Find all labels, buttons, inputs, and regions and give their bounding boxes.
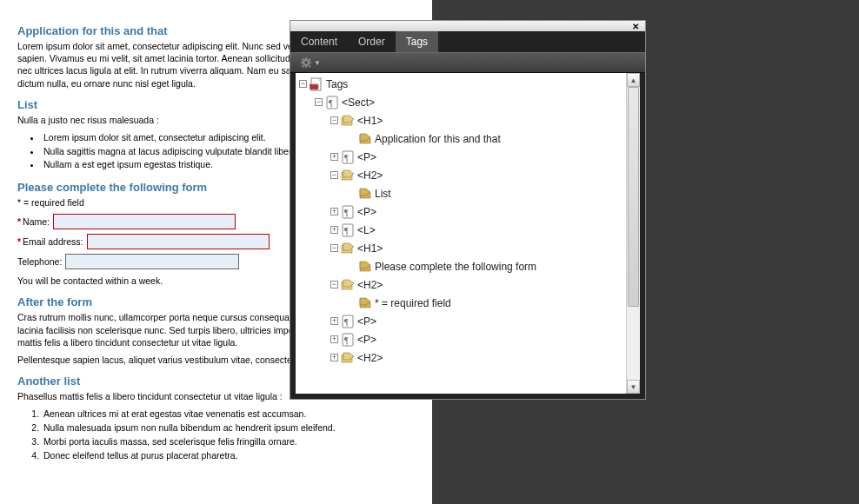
tag-closed-icon <box>358 132 372 146</box>
scroll-down-button[interactable]: ▼ <box>627 380 640 394</box>
tree-label: <Sect> <box>342 96 375 109</box>
telephone-field[interactable] <box>65 254 239 269</box>
tree-row[interactable]: +<P> <box>296 148 626 166</box>
tree-row[interactable]: * = required field <box>296 294 626 312</box>
tags-panel: ✕ Content Order Tags ▼ −Tag <box>290 20 646 400</box>
pdf-icon <box>310 77 323 91</box>
required-asterisk: * <box>17 236 21 247</box>
list-item: Nulla malesuada ipsum non nulla bibendum… <box>42 421 435 435</box>
tab-tags[interactable]: Tags <box>396 31 438 52</box>
tree-row[interactable]: −<H1> <box>296 111 626 129</box>
tree-label: * = required field <box>375 296 451 309</box>
tree-label: <P> <box>357 150 376 163</box>
tag-open-icon <box>341 242 355 255</box>
tree-row[interactable]: −<H2> <box>296 275 626 294</box>
tree-label: <H2> <box>357 351 383 364</box>
tree-row[interactable]: −<H1> <box>296 239 626 257</box>
tree-label: <P> <box>357 333 376 346</box>
tree-row[interactable]: Application for this and that <box>296 129 626 148</box>
tree-label: Please complete the following form <box>375 260 536 273</box>
list-item: Aenean ultrices mi at erat egestas vitae… <box>42 408 435 421</box>
collapse-icon[interactable]: − <box>330 244 338 252</box>
svg-rect-2 <box>305 57 307 60</box>
tree-scroll[interactable]: −Tags−<Sect>−<H1>Application for this an… <box>296 73 626 394</box>
collapse-icon[interactable]: − <box>330 171 338 179</box>
svg-rect-3 <box>305 66 307 69</box>
tree-row[interactable]: List <box>296 184 626 202</box>
panel-toolbar: ▼ <box>290 52 645 73</box>
tree-row[interactable]: −<H2> <box>296 166 626 184</box>
svg-rect-5 <box>310 62 312 63</box>
label-telephone: Telephone: <box>17 256 62 267</box>
tree-label: <H2> <box>357 278 383 291</box>
tree-label: <P> <box>357 205 376 218</box>
tree-label: <H1> <box>357 242 383 255</box>
label-email: Email address: <box>23 236 83 247</box>
tag-closed-icon <box>358 260 372 274</box>
email-field[interactable] <box>87 234 270 249</box>
tree-label: Application for this and that <box>375 132 501 145</box>
tab-order[interactable]: Order <box>348 31 396 52</box>
tag-open-icon <box>341 351 355 365</box>
tree-row[interactable]: −Tags <box>296 75 626 93</box>
tree-row[interactable]: Please complete the following form <box>296 257 626 275</box>
tag-open-icon <box>341 114 355 128</box>
tag-open-icon <box>341 169 355 182</box>
tree-row[interactable]: +<P> <box>296 330 626 348</box>
expand-icon[interactable]: + <box>330 153 338 161</box>
expand-icon[interactable]: + <box>330 354 338 361</box>
tag-open-icon <box>341 278 355 292</box>
tree-label: List <box>375 187 391 200</box>
tree-row[interactable]: −<Sect> <box>296 93 626 111</box>
tree-label: <H1> <box>357 114 383 127</box>
scrollbar-track[interactable] <box>627 87 640 380</box>
collapse-icon[interactable]: − <box>330 116 338 124</box>
tree-row[interactable]: +<P> <box>296 202 626 221</box>
expand-icon[interactable]: + <box>330 317 338 325</box>
scrollbar-thumb[interactable] <box>628 87 639 307</box>
list-item: Donec eleifend tellus at purus placerat … <box>42 449 435 463</box>
para-icon <box>341 150 355 164</box>
collapse-icon[interactable]: − <box>315 98 323 106</box>
tree-row[interactable]: +<P> <box>296 312 626 330</box>
expand-icon[interactable]: + <box>330 208 338 216</box>
tree-label: <P> <box>357 315 376 328</box>
scroll-up-button[interactable]: ▲ <box>627 73 640 87</box>
panel-body: −Tags−<Sect>−<H1>Application for this an… <box>296 73 640 394</box>
para-icon <box>325 96 339 109</box>
tree-label: <L> <box>357 223 376 236</box>
tree-row[interactable]: +<L> <box>296 221 626 239</box>
para-icon <box>341 333 355 347</box>
collapse-icon[interactable]: − <box>330 281 338 288</box>
svg-point-1 <box>304 61 308 64</box>
panel-tabs: Content Order Tags <box>290 31 645 52</box>
tab-content[interactable]: Content <box>290 31 348 52</box>
close-icon[interactable]: ✕ <box>629 22 642 30</box>
chevron-down-icon: ▼ <box>314 59 321 67</box>
para-icon <box>341 223 355 237</box>
panel-titlebar[interactable]: ✕ <box>290 21 645 31</box>
required-asterisk: * <box>17 216 21 227</box>
para-icon <box>341 315 355 328</box>
expand-icon[interactable]: + <box>330 335 338 343</box>
label-name: Name: <box>23 216 50 227</box>
tag-closed-icon <box>358 187 372 201</box>
ordered-list: Aenean ultrices mi at erat egestas vitae… <box>42 408 435 462</box>
vertical-scrollbar[interactable]: ▲ ▼ <box>626 73 640 394</box>
tree-row[interactable]: +<H2> <box>296 348 626 367</box>
expand-icon[interactable]: + <box>330 226 338 234</box>
para-icon <box>341 205 355 219</box>
tree-label: Tags <box>326 77 348 90</box>
collapse-icon[interactable]: − <box>299 80 307 88</box>
svg-rect-4 <box>301 62 303 63</box>
tags-tree: −Tags−<Sect>−<H1>Application for this an… <box>296 75 626 367</box>
list-item: Morbi porta iaculis massa, sed scelerisq… <box>42 435 435 449</box>
options-menu-button[interactable]: ▼ <box>296 54 325 71</box>
gear-icon <box>300 56 312 69</box>
tag-closed-icon <box>358 296 372 310</box>
name-field[interactable] <box>53 214 236 229</box>
tree-label: <H2> <box>357 169 383 182</box>
